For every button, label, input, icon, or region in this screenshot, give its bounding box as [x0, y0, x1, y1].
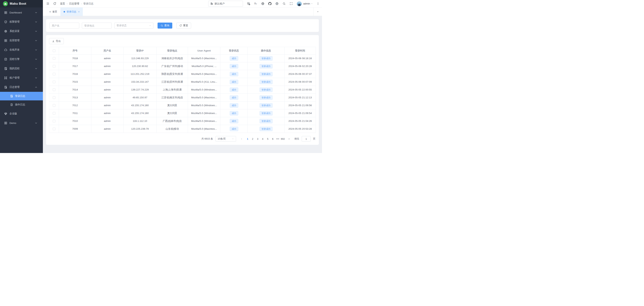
menu-fold-icon[interactable]: [46, 2, 50, 5]
main-area: 首页 › 日志管理 › 登录日志 默认租户 A TT G admin: [43, 0, 322, 153]
cell-user-agent: Mozilla/5.0 (Windows...: [188, 117, 220, 125]
table-row: 7017admin120.230.90.62广东省|广州市|移动Mozilla/…: [49, 62, 316, 70]
sidebar-subitem-operate-log[interactable]: 操作日志: [0, 100, 43, 109]
query-button[interactable]: 查询: [158, 23, 172, 29]
sidebar-menu: Dashboard权限管理系统设置应用管理在线开发流程引擎我的流程租户管理日志管…: [0, 8, 43, 153]
settings-dots-icon[interactable]: [316, 2, 320, 5]
table-header-row: 序号 用户名 登录IP 登录地点 User Agent 登录状态 操作信息 登录…: [49, 47, 316, 55]
page-content: 登录状态 查询 重置 导出: [43, 16, 322, 153]
table-panel: 导出 序号 用户名 登录IP 登录地点 User: [46, 35, 319, 145]
tab-login-log-label: 登录日志: [66, 10, 76, 14]
sidebar-item-dashboard[interactable]: Dashboard: [0, 8, 43, 17]
select-all-checkbox[interactable]: [53, 50, 56, 52]
export-button[interactable]: 导出: [49, 38, 64, 44]
fullscreen-icon[interactable]: [290, 2, 293, 5]
grid-icon: [4, 39, 7, 42]
page-number-6[interactable]: 6: [270, 136, 275, 142]
sidebar-item-label: 租户管理: [10, 76, 34, 80]
search-icon: [160, 24, 163, 27]
cell-operation: 登录成功: [248, 78, 284, 86]
next-page-button[interactable]: [286, 136, 292, 142]
row-checkbox[interactable]: [53, 65, 56, 68]
cell-operation: 登录成功: [248, 62, 284, 70]
login-location-input[interactable]: [82, 23, 112, 29]
cell-username: admin: [91, 102, 124, 109]
sidebar-subitem-login-log[interactable]: 登录日志: [0, 92, 43, 100]
tabs-dropdown[interactable]: [314, 8, 322, 16]
sidebar-item-application[interactable]: 应用管理: [0, 36, 43, 45]
chevron-down-icon: [34, 58, 38, 61]
page-number-1[interactable]: 1: [245, 136, 250, 142]
tab-login-log[interactable]: 登录日志 ×: [60, 8, 83, 16]
sidebar-item-system[interactable]: 系统设置: [0, 27, 43, 36]
sidebar-item-log[interactable]: 日志管理: [0, 83, 43, 92]
sidebar-item-permission[interactable]: 权限管理: [0, 17, 43, 27]
gitee-icon[interactable]: G: [276, 2, 278, 5]
sidebar-item-my-flow[interactable]: 我的流程: [0, 64, 43, 73]
sidebar-item-label: Dashboard: [10, 11, 34, 14]
page-number-4[interactable]: 4: [260, 136, 265, 142]
table-row: 7015admin153.34.233.147江苏省|苏州市|联通Mozilla…: [49, 78, 316, 86]
search-panel: 登录状态 查询 重置: [46, 19, 319, 32]
page-number-5[interactable]: 5: [265, 136, 270, 142]
page-number-3[interactable]: 3: [255, 136, 260, 142]
chevron-right-icon: [288, 138, 290, 140]
goto-page-input[interactable]: [302, 136, 311, 142]
cell-id: 7016: [59, 70, 91, 78]
cell-time: 2024-05-05 21:12:13: [284, 94, 316, 102]
login-status-placeholder: 登录状态: [116, 24, 126, 27]
font-size-icon[interactable]: TT: [254, 2, 257, 5]
prev-page-button[interactable]: [239, 136, 244, 142]
breadcrumb-log-management[interactable]: 日志管理: [69, 2, 79, 6]
sidebar-item-online-dev[interactable]: 在线开发: [0, 45, 43, 55]
cell-status: 成功: [220, 102, 248, 109]
github-icon[interactable]: [268, 2, 272, 5]
cell-select: [49, 86, 59, 94]
tenant-select[interactable]: 默认租户: [208, 1, 243, 7]
cell-user-agent: Mozilla/5.0 (Macintos...: [188, 70, 220, 78]
col-ip: 登录IP: [124, 47, 156, 55]
row-checkbox[interactable]: [53, 112, 56, 115]
row-checkbox[interactable]: [53, 120, 56, 122]
page-size-select[interactable]: 10条/页: [216, 136, 236, 142]
breadcrumb-home[interactable]: 首页: [60, 2, 65, 6]
page-number-2[interactable]: 2: [250, 136, 255, 142]
avatar[interactable]: [297, 1, 302, 6]
status-badge: 成功: [230, 127, 238, 131]
status-badge: 成功: [230, 119, 238, 123]
col-operation: 操作信息: [248, 47, 284, 55]
row-checkbox[interactable]: [53, 88, 56, 91]
table-row: 7009admin120.225.239.79山东省|移动Mozilla/5.0…: [49, 125, 316, 133]
breadcrumb: 首页 › 日志管理 › 登录日志: [60, 2, 94, 6]
sidebar-item-tenant[interactable]: 租户管理: [0, 73, 43, 83]
username-input[interactable]: [50, 23, 79, 29]
page-number-692[interactable]: 692: [280, 136, 286, 142]
chevron-down-icon[interactable]: [311, 3, 313, 5]
globe-icon[interactable]: [261, 2, 264, 5]
row-checkbox[interactable]: [53, 81, 56, 83]
header-select-all: [49, 47, 59, 55]
row-checkbox[interactable]: [53, 57, 56, 60]
app-logo[interactable]: Maku Boot: [0, 0, 43, 8]
user-name[interactable]: admin: [303, 2, 310, 5]
row-checkbox[interactable]: [53, 128, 56, 130]
sidebar-item-flow-engine[interactable]: 流程引擎: [0, 55, 43, 64]
search-icon[interactable]: [282, 2, 286, 5]
tab-close-icon[interactable]: ×: [78, 11, 80, 13]
operation-badge: 登录成功: [260, 72, 272, 76]
chevron-down-icon: [34, 39, 38, 42]
cell-user-agent: Mozilla/5.0 (Windows...: [188, 102, 220, 109]
login-status-select[interactable]: 登录状态: [114, 23, 154, 29]
tab-dot-icon: [50, 11, 51, 13]
row-checkbox[interactable]: [53, 73, 56, 75]
row-checkbox[interactable]: [53, 96, 56, 99]
language-icon[interactable]: A: [247, 2, 250, 5]
tab-home[interactable]: 首页: [46, 8, 60, 16]
sidebar-item-demo[interactable]: Demo: [0, 118, 43, 128]
sidebar-item-enterprise[interactable]: 企业版: [0, 109, 43, 118]
row-checkbox[interactable]: [53, 104, 56, 107]
refresh-icon[interactable]: [53, 2, 56, 5]
page-more[interactable]: •••: [275, 136, 280, 142]
reset-button[interactable]: 重置: [176, 23, 191, 29]
breadcrumb-separator-icon: ›: [67, 3, 68, 5]
